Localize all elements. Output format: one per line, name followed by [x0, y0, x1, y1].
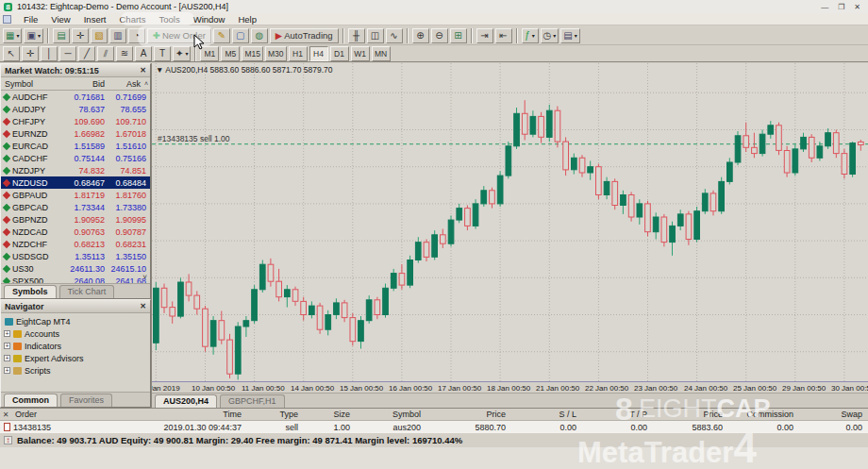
horizontal-line-tool[interactable]: ─	[59, 46, 76, 61]
column-ask[interactable]: Ask	[105, 79, 141, 89]
terminal-column-symbol[interactable]: Symbol	[354, 410, 425, 419]
market-watch-row-chfjpy[interactable]: CHFJPY109.690109.710	[1, 115, 150, 127]
navigator-item-indicators[interactable]: +Indicators	[1, 340, 150, 352]
timeframe-mn-button[interactable]: MN	[372, 46, 391, 61]
terminal-column-sl[interactable]: S / L	[509, 410, 580, 419]
expand-icon[interactable]: +	[4, 343, 10, 349]
maximize-button[interactable]: ❐	[838, 3, 844, 11]
sort-icon[interactable]: ˄	[144, 80, 148, 87]
close-button[interactable]: ✕	[854, 3, 860, 11]
zoom-out-button[interactable]: ⊖	[431, 28, 448, 43]
menu-help[interactable]: Help	[231, 13, 263, 25]
market-watch-row-gbpnzd[interactable]: GBPNZD1.909521.90995	[1, 213, 150, 226]
market-watch-row-audjpy[interactable]: AUDJPY78.63778.655	[1, 103, 150, 115]
expand-icon[interactable]: +	[4, 355, 10, 361]
terminal-column-price[interactable]: Price	[425, 410, 509, 419]
market-watch-row-nzdjpy[interactable]: NZDJPY74.83274.851	[1, 164, 150, 176]
auto-scroll-button[interactable]: ⇥	[476, 28, 493, 43]
timeframe-m15-button[interactable]: M15	[242, 46, 263, 61]
market-watch-row-usdsgd[interactable]: USDSGD1.351131.35150	[1, 250, 150, 262]
close-icon[interactable]: ✕	[0, 410, 11, 419]
options-button[interactable]: ▢	[232, 28, 249, 43]
label-tool[interactable]: T	[154, 46, 171, 61]
tab-common[interactable]: Common	[4, 394, 58, 407]
menu-charts[interactable]: Charts	[113, 13, 153, 25]
tab-tick-chart[interactable]: Tick Chart	[59, 285, 115, 298]
timeframe-m5-button[interactable]: M5	[221, 46, 240, 61]
close-icon[interactable]: ✕	[140, 302, 146, 310]
market-watch-row-gbpcad[interactable]: GBPCAD1.733441.73380	[1, 201, 150, 213]
profiles-button[interactable]: ▣▾	[24, 28, 42, 43]
market-watch-row-gbpaud[interactable]: GBPAUD1.817191.81760	[1, 189, 150, 201]
market-watch-row-eurnzd[interactable]: EURNZD1.669821.67018	[1, 127, 150, 140]
chart-pane[interactable]: ▼ AUS200,H4 5883.60 5886.60 5871.70 5879…	[151, 63, 868, 408]
market-watch-row-us30[interactable]: US3024611.3024615.10	[1, 262, 150, 275]
navigator-item-accounts[interactable]: +Accounts	[1, 327, 150, 340]
chart-tab-gbpchf-h1[interactable]: GBPCHF,H1	[220, 394, 285, 408]
navigator-item-scripts[interactable]: +Scripts	[1, 364, 150, 377]
data-window-button[interactable]: ✛	[72, 28, 89, 43]
trendline-tool[interactable]: ╱	[78, 46, 95, 61]
terminal-column-commission[interactable]: Commission	[726, 410, 797, 419]
new-chart-button[interactable]: ▦▾	[3, 28, 22, 43]
close-icon[interactable]: ✕	[140, 66, 146, 75]
webterminal-button[interactable]: ◍	[251, 28, 268, 43]
chart-shift-button[interactable]: ⇤	[495, 28, 512, 43]
terminal-column-swap[interactable]: Swap	[797, 410, 866, 419]
chart-date-axis[interactable]: 9 Jan 201910 Jan 00:5011 Jan 00:5014 Jan…	[152, 381, 868, 393]
timeframe-h4-button[interactable]: H4	[309, 46, 328, 61]
terminal-column-order[interactable]: Order	[11, 410, 123, 419]
bar-chart-button[interactable]: ╫	[348, 28, 365, 43]
terminal-column-price-current[interactable]: Price	[651, 410, 726, 419]
timeframe-h1-button[interactable]: H1	[289, 46, 308, 61]
navigator-button[interactable]: ▧	[91, 28, 108, 43]
market-watch-row-nzdchf[interactable]: NZDCHF0.682130.68231	[1, 238, 150, 250]
menu-insert[interactable]: Insert	[77, 13, 113, 25]
menu-window[interactable]: Window	[187, 13, 232, 25]
market-watch-row-eurcad[interactable]: EURCAD1.515891.51610	[1, 140, 150, 152]
minimize-button[interactable]: —	[821, 3, 828, 11]
navigator-item-eightcap-mt4[interactable]: EightCap MT4	[1, 315, 150, 327]
market-watch-button[interactable]: ▤	[53, 28, 70, 43]
periods-button[interactable]: ◷▾	[541, 28, 559, 43]
strategy-tester-button[interactable]: ◔	[128, 28, 145, 43]
terminal-column-tp[interactable]: T / P	[580, 410, 651, 419]
new-order-button[interactable]: ✚New Order	[147, 28, 211, 43]
column-bid[interactable]: Bid	[59, 79, 105, 89]
timeframe-m1-button[interactable]: M1	[200, 46, 219, 61]
terminal-column-time[interactable]: Time	[123, 410, 245, 419]
zoom-in-button[interactable]: ⊕	[412, 28, 429, 43]
menu-view[interactable]: View	[44, 13, 76, 25]
cursor-tool[interactable]: ↖	[3, 46, 20, 61]
market-watch-row-cadchf[interactable]: CADCHF0.751440.75166	[1, 152, 150, 164]
expand-icon[interactable]: +	[4, 367, 10, 374]
channel-tool[interactable]: ⫽	[97, 46, 114, 61]
candlestick-chart[interactable]: #13438135 sell 1.00	[152, 63, 868, 381]
candlestick-chart-button[interactable]: ◫	[367, 28, 384, 43]
tile-windows-button[interactable]: ⊞	[450, 28, 467, 43]
autotrading-button[interactable]: ▶AutoTrading	[270, 28, 339, 43]
tab-symbols[interactable]: Symbols	[4, 285, 57, 298]
market-watch-row-audchf[interactable]: AUDCHF0.716810.71699	[1, 91, 150, 103]
timeframe-w1-button[interactable]: W1	[351, 46, 370, 61]
market-watch-row-nzdusd[interactable]: NZDUSD0.684670.68484	[1, 176, 150, 189]
timeframe-d1-button[interactable]: D1	[330, 46, 349, 61]
market-watch-row-nzdcad[interactable]: NZDCAD0.907630.90787	[1, 226, 150, 238]
crosshair-tool[interactable]: ✛	[22, 46, 39, 61]
terminal-column-type[interactable]: Type	[245, 410, 302, 419]
metaeditor-button[interactable]: ✎	[213, 28, 230, 43]
line-chart-button[interactable]: ∿	[386, 28, 403, 43]
fibonacci-tool[interactable]: ≋	[116, 46, 133, 61]
navigator-item-expert-advisors[interactable]: +Expert Advisors	[1, 352, 150, 364]
tab-favorites[interactable]: Favorites	[60, 394, 112, 407]
terminal-column-size[interactable]: Size	[302, 410, 354, 419]
shapes-tool[interactable]: ✦▾	[173, 46, 191, 61]
terminal-button[interactable]: ▥	[109, 28, 126, 43]
indicators-button[interactable]: ƒ▾	[522, 28, 539, 43]
column-symbol[interactable]: Symbol	[1, 79, 59, 89]
menu-tools[interactable]: Tools	[152, 13, 186, 25]
vertical-line-tool[interactable]: │	[41, 46, 58, 61]
menu-file[interactable]: File	[17, 13, 44, 25]
templates-button[interactable]: ▤▾	[560, 28, 579, 43]
timeframe-m30-button[interactable]: M30	[265, 46, 287, 61]
